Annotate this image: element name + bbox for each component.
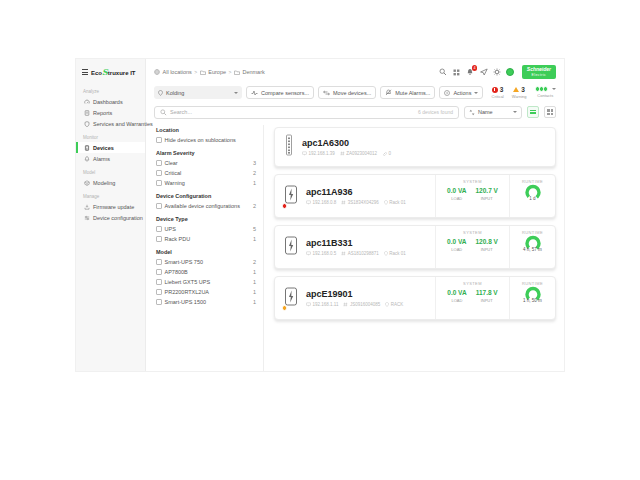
- device-card-apc11A936[interactable]: apc11A936 192.168.0.8 3S1834X04296 Rack …: [274, 174, 556, 218]
- filter-clear[interactable]: Clear3: [156, 160, 256, 166]
- critical-status[interactable]: 3 Critical: [492, 86, 504, 99]
- checkbox[interactable]: [156, 236, 162, 242]
- checkbox[interactable]: [156, 203, 162, 209]
- filter-model-ap7800b[interactable]: AP7800B1: [156, 269, 256, 275]
- network-icon: [306, 302, 311, 307]
- runtime-value: 4 h, 57 m: [523, 247, 542, 252]
- contacts-status[interactable]: Contacts: [535, 86, 557, 98]
- checkbox[interactable]: [156, 259, 162, 265]
- menu-icon[interactable]: [82, 69, 88, 75]
- checkbox[interactable]: [156, 160, 162, 166]
- checkbox[interactable]: [156, 289, 162, 295]
- contacts-dots-icon: [535, 86, 549, 92]
- search-row: Search... 6 devices found Name: [154, 105, 556, 119]
- warning-status[interactable]: 3 Warning: [512, 86, 527, 99]
- device-card-apc11B331[interactable]: apc11B331 192.168.0.5 AS1810298871 Rack …: [274, 225, 556, 269]
- device-name[interactable]: apc1A6300: [302, 138, 391, 148]
- compare-sensors-button[interactable]: Compare sensors...: [246, 86, 314, 99]
- filter-model-smart-ups-750[interactable]: Smart-UPS 7502: [156, 259, 256, 265]
- shield-icon: [84, 121, 90, 127]
- sort-dropdown[interactable]: Name: [464, 106, 522, 119]
- grid-view-toggle[interactable]: [544, 106, 556, 118]
- notifications-bell-icon[interactable]: 4: [466, 68, 475, 77]
- sidebar-item-firmware-update[interactable]: Firmware update: [76, 201, 145, 212]
- pin-icon: [158, 90, 163, 96]
- checkbox[interactable]: [156, 137, 162, 143]
- link-icon: [382, 151, 387, 156]
- filter-rack-pdu[interactable]: Rack PDU1: [156, 236, 256, 242]
- settings-gear-icon[interactable]: [493, 68, 502, 77]
- content-area: Location Hide devices on sublocations Al…: [146, 123, 564, 371]
- device-location: Rack 01: [389, 200, 406, 205]
- main-area: All locations > Europe > Denmark 4: [146, 59, 564, 371]
- globe-icon: [154, 69, 160, 75]
- device-ip: 192.168.1.39: [309, 151, 335, 156]
- breadcrumb-europe[interactable]: Europe: [208, 69, 226, 75]
- critical-count: 3: [500, 86, 504, 93]
- sidebar: EcoStruxure IT Analyze Dashboards Report…: [76, 59, 146, 371]
- device-meta: 192.168.0.8 3S1834X04296 Rack 01: [306, 200, 406, 205]
- device-name[interactable]: apc11B331: [306, 238, 406, 248]
- download-icon: [84, 204, 90, 210]
- ups-icon: [284, 287, 298, 310]
- chevron-down-icon: [552, 88, 556, 90]
- app-logo-text: EcoStruxure IT: [91, 67, 135, 77]
- actions-dropdown-button[interactable]: Actions: [439, 86, 483, 99]
- filter-warning[interactable]: Warning1: [156, 180, 256, 186]
- sidebar-item-devices[interactable]: Devices: [76, 142, 145, 153]
- user-avatar[interactable]: [506, 68, 514, 76]
- filter-ups[interactable]: UPS5: [156, 226, 256, 232]
- system-column: SYSTEM 0.0 VALOAD 120.7 VINPUT: [435, 175, 509, 217]
- device-name[interactable]: apcE19901: [306, 289, 403, 299]
- sidebar-item-reports[interactable]: Reports: [76, 107, 145, 118]
- sidebar-item-modeling[interactable]: Modeling: [76, 177, 145, 188]
- feedback-icon[interactable]: [479, 68, 488, 77]
- location-filter-chip[interactable]: Kolding: [154, 86, 242, 99]
- list-view-toggle[interactable]: [527, 106, 539, 118]
- filter-model-pr2200rtxl2ua[interactable]: PR2200RTXL2UA1: [156, 289, 256, 295]
- breadcrumb-all-locations[interactable]: All locations: [163, 69, 192, 75]
- load-value: 0.0 VA: [447, 289, 466, 296]
- checkbox[interactable]: [156, 170, 162, 176]
- app-logo: EcoStruxure IT: [76, 64, 145, 83]
- breadcrumb-denmark[interactable]: Denmark: [242, 69, 264, 75]
- device-meta: 192.168.1.39 ZA0923004012 0: [302, 151, 391, 156]
- sidebar-item-alarms[interactable]: Alarms: [76, 153, 145, 164]
- move-devices-button[interactable]: Move devices...: [318, 86, 376, 99]
- mute-alarms-button[interactable]: Mute Alarms...: [380, 86, 435, 99]
- device-name[interactable]: apc11A936: [306, 187, 406, 197]
- device-list: apc1A6300 192.168.1.39 ZA0923004012 0: [264, 125, 556, 371]
- search-icon[interactable]: [439, 68, 448, 77]
- alarm-status-summary: 3 Critical 3 Warning Contacts: [492, 86, 556, 99]
- apps-icon[interactable]: [452, 68, 461, 77]
- checkbox[interactable]: [156, 180, 162, 186]
- critical-badge: [282, 203, 288, 209]
- checkbox[interactable]: [156, 226, 162, 232]
- runtime-column: RUNTIME 1 d: [509, 175, 555, 217]
- system-column: SYSTEM 0.0 VALOAD 117.8 VINPUT: [435, 277, 509, 319]
- checkbox[interactable]: [156, 299, 162, 305]
- filter-group-device-configuration: Device Configuration Available device co…: [156, 193, 256, 209]
- cube-icon: [84, 180, 90, 186]
- serial-icon: [343, 302, 348, 307]
- pin-icon: [384, 200, 388, 205]
- filter-model-smart-ups-1500[interactable]: Smart-UPS 15001: [156, 299, 256, 305]
- sidebar-item-device-configuration[interactable]: Device configuration: [76, 212, 145, 223]
- checkbox[interactable]: [156, 269, 162, 275]
- device-card-apcE19901[interactable]: apcE19901 192.168.1.11 JS0916004085 RACK…: [274, 276, 556, 320]
- filter-model-liebert-gxt5[interactable]: Liebert GXT5 UPS1: [156, 279, 256, 285]
- filter-critical[interactable]: Critical2: [156, 170, 256, 176]
- filter-hide-sublocations[interactable]: Hide devices on sublocations: [156, 137, 256, 143]
- notification-count-badge: 4: [472, 65, 478, 71]
- topbar: All locations > Europe > Denmark 4: [154, 66, 556, 78]
- dashboard-icon: [84, 99, 90, 105]
- sidebar-item-dashboards[interactable]: Dashboards: [76, 96, 145, 107]
- filter-available-configurations[interactable]: Available device configurations2: [156, 203, 256, 209]
- search-input[interactable]: Search... 6 devices found: [154, 106, 459, 119]
- sidebar-item-services-warranties[interactable]: Services and Warranties: [76, 118, 145, 129]
- chevron-down-icon: [513, 111, 517, 113]
- device-card-apc1A6300[interactable]: apc1A6300 192.168.1.39 ZA0923004012 0: [274, 127, 556, 167]
- toolbar: Kolding Compare sensors... Move devices.…: [154, 85, 556, 100]
- location-chip-label: Kolding: [166, 90, 184, 96]
- checkbox[interactable]: [156, 279, 162, 285]
